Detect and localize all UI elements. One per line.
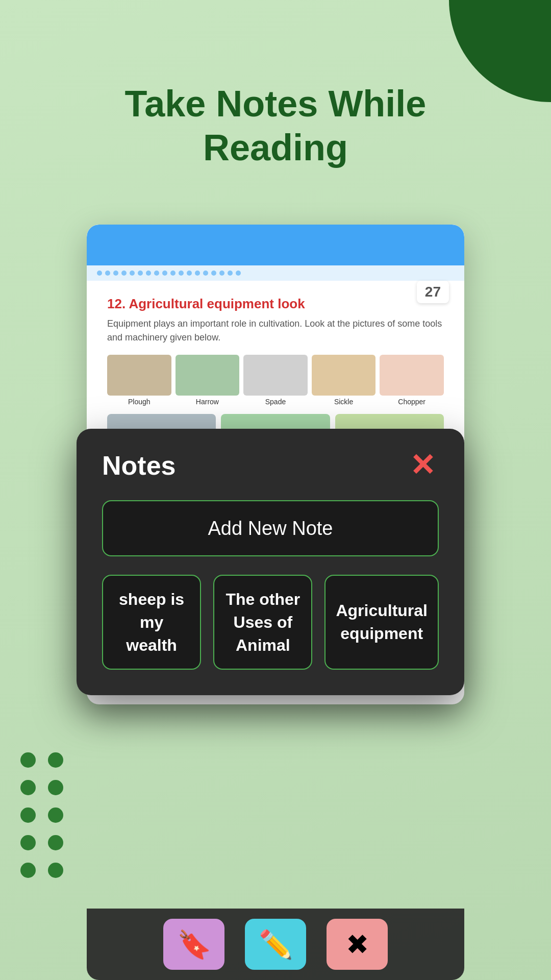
dot-8	[48, 835, 63, 850]
book-chapter-title: 12. Agricultural equipment look	[107, 296, 444, 312]
note-card-3-text: Agricultural equipment	[336, 599, 428, 645]
headline-line2: Reading	[203, 127, 348, 168]
book-dot	[105, 271, 110, 276]
book-dot	[179, 271, 184, 276]
dot-9	[20, 863, 36, 878]
bookmark-button[interactable]: 🔖	[163, 919, 224, 970]
add-new-note-button[interactable]: Add New Note	[102, 500, 439, 556]
toolbar-close-button[interactable]: ✖	[327, 919, 388, 970]
note-card-3[interactable]: Agricultural equipment	[324, 575, 439, 670]
dot-2	[48, 752, 63, 768]
book-page-number: 27	[417, 281, 449, 303]
edit-icon: ✏️	[259, 930, 293, 958]
book-dot	[195, 271, 200, 276]
book-subtitle: Equipment plays an important role in cul…	[107, 317, 444, 345]
book-images-row1: Plough Harrow Spade Sickle Chopper	[107, 355, 444, 406]
book-image-plough: Plough	[107, 355, 171, 406]
dot-7	[20, 835, 36, 850]
book-dot	[211, 271, 216, 276]
notes-modal: Notes ✕ Add New Note sheep is my wealth …	[77, 429, 464, 695]
book-dot	[187, 271, 192, 276]
notes-list: sheep is my wealth The other Uses of Ani…	[102, 575, 439, 670]
book-top-bar	[87, 225, 464, 265]
add-note-label: Add New Note	[208, 518, 333, 540]
dot-10	[48, 863, 63, 878]
book-dot	[228, 271, 233, 276]
dot-5	[20, 807, 36, 823]
book-image-spade: Spade	[243, 355, 308, 406]
book-image-sickle: Sickle	[312, 355, 376, 406]
notes-close-button[interactable]: ✕	[406, 449, 439, 482]
notes-header: Notes ✕	[102, 449, 439, 482]
toolbar-close-icon: ✖	[346, 930, 369, 958]
dot-1	[20, 752, 36, 768]
book-image-harrow: Harrow	[176, 355, 240, 406]
dot-6	[48, 807, 63, 823]
book-image-chopper: Chopper	[380, 355, 444, 406]
book-dots-row	[87, 265, 464, 281]
book-dot	[97, 271, 102, 276]
note-card-1[interactable]: sheep is my wealth	[102, 575, 201, 670]
note-card-2-text: The other Uses of Animal	[224, 588, 301, 656]
book-toolbar: 🔖 ✏️ ✖	[87, 909, 464, 980]
book-dot	[138, 271, 143, 276]
dots-decoration	[20, 752, 63, 878]
note-card-2[interactable]: The other Uses of Animal	[213, 575, 312, 670]
bookmark-icon: 🔖	[177, 930, 211, 958]
edit-button[interactable]: ✏️	[245, 919, 306, 970]
notes-close-icon: ✕	[410, 450, 435, 481]
book-dot	[146, 271, 151, 276]
dot-3	[20, 780, 36, 795]
dot-4	[48, 780, 63, 795]
notes-title: Notes	[102, 450, 176, 481]
book-dot	[154, 271, 159, 276]
book-dot	[121, 271, 127, 276]
book-dot	[203, 271, 208, 276]
book-dot	[162, 271, 167, 276]
book-dot	[219, 271, 224, 276]
book-dot	[130, 271, 135, 276]
book-dot	[170, 271, 176, 276]
book-dot	[113, 271, 118, 276]
book-dot	[236, 271, 241, 276]
note-card-1-text: sheep is my wealth	[113, 588, 190, 656]
headline: Take Notes While Reading	[0, 82, 551, 170]
headline-line1: Take Notes While	[125, 83, 427, 124]
